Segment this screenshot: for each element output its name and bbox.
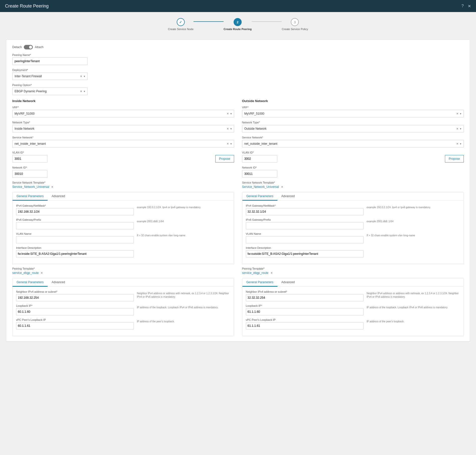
outside-network-id-input[interactable]	[242, 170, 277, 178]
outside-vlan-id-input[interactable]	[242, 155, 277, 163]
inside-vlan-name-input[interactable]	[16, 236, 134, 243]
outside-vlan-row: VLAN ID* Propose	[242, 151, 464, 163]
peering-name-input[interactable]	[12, 57, 87, 65]
inside-iface-desc-input[interactable]	[16, 250, 134, 257]
outside-pt-remove-icon[interactable]: ✕	[270, 271, 273, 275]
close-icon[interactable]: ✕	[468, 4, 471, 9]
inside-propose-button[interactable]: Propose	[215, 155, 234, 163]
deployment-label: Deployment*	[12, 68, 87, 71]
outside-iface-desc-input[interactable]	[246, 250, 364, 257]
inside-pt-link[interactable]: service_ebgp_route	[12, 271, 39, 275]
step-1-label: Create Service Node	[168, 28, 194, 31]
outside-neighbor-ipv4-label: Neighbor IPv4 address or subnet*	[246, 290, 364, 293]
outside-vrf-select[interactable]: MyVRF_51000 ✕ ▾	[242, 110, 464, 117]
outside-pt-field: Peering Template* service_ebgp_route ✕	[242, 267, 464, 275]
inside-neighbor-ipv4-input[interactable]	[16, 294, 134, 301]
inside-vpc-loopback-input[interactable]	[16, 322, 134, 329]
outside-snt-link[interactable]: Service_Network_Universal	[242, 185, 279, 189]
detach-attach-row: Detach Attach	[12, 45, 464, 49]
outside-snt-tab-bar: General Parameters Advanced	[242, 192, 464, 201]
inside-ipv6-gw-label: IPv6 Gateway/Prefix	[16, 218, 134, 221]
inside-snt-advanced-tab[interactable]: Advanced	[48, 192, 69, 201]
inside-pt-general-tab[interactable]: General Parameters	[13, 278, 48, 287]
inside-service-network-chevron-icon[interactable]: ▾	[230, 142, 232, 145]
inside-snt-general-tab[interactable]: General Parameters	[13, 192, 48, 201]
outside-snt-remove-icon[interactable]: ✕	[281, 185, 283, 189]
outside-loopback-input[interactable]	[246, 308, 364, 315]
deployment-clear-icon[interactable]: ✕	[80, 75, 82, 78]
outside-network-type-clear-icon[interactable]: ✕	[456, 127, 458, 130]
step-2: 2 Create Route Peering	[224, 18, 252, 31]
inside-vrf-chevron-icon[interactable]: ▾	[230, 112, 232, 115]
inside-vrf-clear-icon[interactable]: ✕	[227, 112, 229, 115]
outside-snt-advanced-tab[interactable]: Advanced	[277, 192, 299, 201]
inside-iface-desc-row: Interface Description	[16, 246, 230, 257]
outside-pt-advanced-tab[interactable]: Advanced	[277, 278, 299, 287]
peering-option-select[interactable]: EBGP Dynamic Peering ✕ ▾	[12, 88, 87, 95]
inside-loopback-input[interactable]	[16, 308, 134, 315]
outside-ipv6-gw-input[interactable]	[246, 222, 364, 229]
inside-vlan-name-label: VLAN Name	[16, 232, 134, 235]
page-title: Create Route Peering	[5, 4, 49, 9]
inside-vlan-row: VLAN ID* Propose	[12, 151, 234, 163]
inside-snt-tab-section: General Parameters Advanced IPv4 Gateway…	[12, 192, 234, 264]
network-columns: Inside Network VRF* MyVRF_51000 ✕ ▾ Netw…	[12, 99, 464, 336]
attach-label: Attach	[35, 45, 43, 49]
outside-pt-link[interactable]: service_ebgp_route	[242, 271, 268, 275]
outside-network-type-field: Network Type* Outside Network ✕ ▾	[242, 121, 464, 132]
inside-pt-advanced-tab[interactable]: Advanced	[48, 278, 69, 287]
inside-network-type-select[interactable]: Inside Network ✕ ▾	[12, 125, 234, 132]
inside-network-id-label: Network ID*	[12, 166, 234, 169]
outside-ipv4-gw-input[interactable]	[246, 208, 364, 215]
inside-vrf-select[interactable]: MyVRF_51000 ✕ ▾	[12, 110, 234, 117]
inside-vpc-loopback-row: vPC Peer's Loopback IP IP address of the…	[16, 318, 230, 329]
inside-pt-field: Peering Template* service_ebgp_route ✕	[12, 267, 234, 275]
inside-snt-link[interactable]: Service_Network_Universal	[12, 185, 49, 189]
step-3-label: Create Service Policy	[282, 28, 308, 31]
inside-ipv4-gw-input[interactable]	[16, 208, 134, 215]
check-icon	[179, 20, 182, 24]
outside-loopback-row: Loopback IP* IP address of the loopback.…	[246, 304, 460, 315]
inside-vlan-id-input[interactable]	[12, 155, 47, 163]
peering-option-chevron-icon[interactable]: ▾	[84, 90, 85, 93]
outside-snt-field: Service Network Template* Service_Networ…	[242, 181, 464, 189]
inside-ipv6-gw-input[interactable]	[16, 222, 134, 229]
peering-option-clear-icon[interactable]: ✕	[80, 90, 82, 93]
outside-snt-general-tab[interactable]: General Parameters	[242, 192, 277, 201]
outside-service-network-clear-icon[interactable]: ✕	[456, 142, 458, 145]
outside-network-type-label: Network Type*	[242, 121, 464, 124]
inside-pt-remove-icon[interactable]: ✕	[41, 271, 43, 275]
inside-snt-remove-icon[interactable]: ✕	[51, 185, 53, 189]
outside-vlan-name-input[interactable]	[246, 236, 364, 243]
outside-network-type-chevron-icon[interactable]: ▾	[460, 127, 461, 130]
outside-vpc-loopback-input[interactable]	[246, 322, 364, 329]
outside-pt-general-tab[interactable]: General Parameters	[242, 278, 277, 287]
outside-neighbor-ipv4-row: Neighbor IPv4 address or subnet* Neighbo…	[246, 290, 460, 301]
detach-attach-toggle[interactable]	[24, 45, 33, 49]
inside-pt-label: Peering Template*	[12, 267, 234, 270]
inside-service-network-field: Service Network* net_inside_inter_tenant…	[12, 136, 234, 147]
outside-service-network-select[interactable]: net_outside_inter_tenant ✕ ▾	[242, 140, 464, 147]
deployment-value: Inter-Tenant Firewall	[15, 74, 80, 78]
inside-snt-label: Service Network Template*	[12, 181, 234, 184]
inside-network-type-chevron-icon[interactable]: ▾	[230, 127, 232, 130]
inside-network-type-field: Network Type* Inside Network ✕ ▾	[12, 121, 234, 132]
outside-network-type-select[interactable]: Outside Network ✕ ▾	[242, 125, 464, 132]
inside-pt-tab-content: Neighbor IPv4 address or subnet* Neighbo…	[13, 287, 234, 336]
help-icon[interactable]: ?	[461, 4, 464, 8]
inside-loopback-label: Loopback IP*	[16, 304, 134, 307]
deployment-select[interactable]: Inter-Tenant Firewall ✕ ▾	[12, 72, 87, 80]
outside-vrf-chevron-icon[interactable]: ▾	[460, 112, 461, 115]
inside-service-network-select[interactable]: net_inside_inter_tenant ✕ ▾	[12, 140, 234, 147]
outside-service-network-field: Service Network* net_outside_inter_tenan…	[242, 136, 464, 147]
outside-service-network-chevron-icon[interactable]: ▾	[460, 142, 461, 145]
deployment-chevron-icon[interactable]: ▾	[84, 75, 85, 78]
inside-service-network-clear-icon[interactable]: ✕	[227, 142, 229, 145]
inside-network-id-input[interactable]	[12, 170, 47, 178]
detach-label: Detach	[12, 45, 22, 49]
outside-neighbor-ipv4-hint: Neighbor IPv4 address or address with ne…	[366, 290, 460, 299]
outside-propose-button[interactable]: Propose	[445, 155, 464, 163]
outside-vrf-clear-icon[interactable]: ✕	[456, 112, 458, 115]
inside-network-type-clear-icon[interactable]: ✕	[227, 127, 229, 130]
outside-neighbor-ipv4-input[interactable]	[246, 294, 364, 301]
